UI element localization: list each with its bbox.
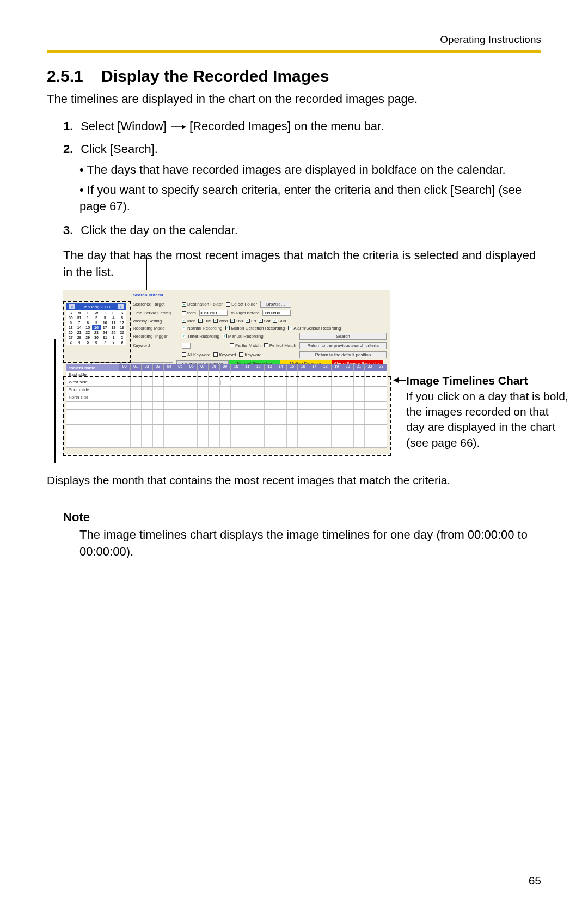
alarm-recording-checkbox[interactable]: ✓Alarm/Sensor Recording [288, 326, 341, 331]
callout-line-to-caption [54, 339, 56, 463]
weekday-checkbox[interactable]: ✓Wed [213, 319, 230, 324]
time-period-row: Time Period Setting from to Right before [130, 309, 390, 317]
partial-match-radio[interactable]: Partial Match [230, 343, 261, 348]
hour-header: 05 [175, 364, 186, 371]
weekday-checkbox[interactable]: ✓Fri [246, 319, 259, 324]
hour-header: 21 [353, 364, 365, 371]
hour-header: 06 [186, 364, 197, 371]
recording-trigger-label: Recording Trigger [133, 334, 179, 339]
keyword-input[interactable] [182, 343, 191, 349]
section-number: 2.5.1 [47, 67, 101, 86]
return-previous-button[interactable]: Return to the previous search criteria [299, 342, 387, 349]
weekday-checkbox[interactable]: ✓Sun [273, 319, 289, 324]
callout-box-timeline [63, 376, 391, 456]
hour-header: 04 [163, 364, 175, 371]
weekly-setting-row: Weekly Setting ✓Mon ✓Tue ✓Wed ✓Thu ✓Fri … [130, 317, 390, 325]
hour-header: 10 [230, 364, 242, 371]
time-period-label: Time Period Setting [133, 310, 179, 315]
searched-target-label: Searched Target [133, 302, 179, 307]
section-title-text: Display the Recorded Images [101, 67, 329, 85]
destination-folder-radio[interactable]: •Destination Folder [182, 302, 223, 307]
note-block: Note The image timelines chart displays … [63, 510, 541, 560]
weekday-checkbox[interactable]: ✓Mon [182, 319, 198, 324]
from-checkbox[interactable]: from [182, 310, 196, 315]
header-label: Operating Instructions [47, 34, 541, 46]
hour-header: 00 [119, 364, 130, 371]
svg-marker-2 [393, 377, 399, 383]
weekday-checkbox[interactable]: ✓Thu [230, 319, 246, 324]
motion-recording-checkbox[interactable]: ✓Motion Detection Recording [225, 326, 285, 331]
from-time-input[interactable] [199, 310, 228, 316]
step-3: 3. Click the day on the calendar. [63, 223, 541, 237]
recording-mode-label: Recording Mode [133, 326, 179, 331]
hour-header: 01 [130, 364, 142, 371]
note-body: The image timelines chart displays the i… [79, 527, 541, 560]
svg-marker-1 [182, 125, 186, 129]
search-button[interactable]: Search [299, 333, 387, 340]
hour-header: 18 [320, 364, 331, 371]
select-folder-radio[interactable]: Select Folder [226, 302, 257, 307]
hour-header: 15 [286, 364, 298, 371]
screenshot-figure: < January, 2008 > SMTWTFS 30311234567891… [47, 290, 541, 465]
perfect-match-radio[interactable]: Perfect Match [264, 343, 296, 348]
hour-header: 23 [376, 364, 387, 371]
camera-name-header: camera name [66, 364, 119, 371]
browse-button[interactable]: Browse… [260, 301, 291, 308]
annotation-title: Image Timelines Chart [406, 373, 569, 388]
step-2-text: Click [Search]. [81, 142, 158, 156]
note-title: Note [63, 510, 541, 524]
step-1-b: [Recorded Images] on the menu bar. [189, 119, 384, 133]
searched-target-row: Searched Target •Destination Folder Sele… [130, 300, 390, 309]
step-2-bullet-2: If you want to specify search criteria, … [79, 182, 541, 214]
arrow-icon [170, 119, 189, 133]
hour-header: 19 [331, 364, 342, 371]
timelines-annotation: Image Timelines Chart If you click on a … [406, 373, 569, 450]
hour-header: 02 [141, 364, 152, 371]
callout-box-calendar [63, 301, 131, 363]
annotation-body: If you click on a day that is bold, the … [406, 389, 569, 450]
para-after-steps: The day that has the most recent images … [63, 247, 541, 281]
hour-header: 14 [275, 364, 286, 371]
hour-header: 17 [309, 364, 320, 371]
intro-text: The timelines are displayed in the chart… [47, 91, 541, 107]
page-number: 65 [529, 874, 541, 887]
hour-header: 03 [152, 364, 164, 371]
normal-recording-checkbox[interactable]: ✓Normal Recording [182, 326, 222, 331]
hour-header: 07 [197, 364, 209, 371]
timer-recording-checkbox[interactable]: ✓Timer Recording [182, 334, 219, 339]
step-3-text: Click the day on the calendar. [81, 223, 238, 237]
step-1: 1. Select [Window] [Recorded Images] on … [63, 119, 541, 133]
search-criteria-title: Search criteria [130, 290, 390, 300]
steps-list: 1. Select [Window] [Recorded Images] on … [63, 119, 541, 237]
caption-below-figure: Displays the month that contains the mos… [47, 472, 541, 488]
hour-header: 20 [342, 364, 353, 371]
to-time-input[interactable] [262, 310, 291, 316]
top-rule [47, 50, 541, 53]
to-label: to Right before [231, 310, 259, 315]
hour-header: 08 [208, 364, 219, 371]
weekday-checkbox[interactable]: ✓Sat [259, 319, 273, 324]
keyword-row: Keyword Partial Match Perfect Match Retu… [130, 341, 390, 350]
weekday-checkbox[interactable]: ✓Tue [198, 319, 213, 324]
step-1-a: Select [Window] [81, 119, 167, 133]
hour-header: 22 [364, 364, 376, 371]
recording-mode-row: Recording Mode ✓Normal Recording ✓Motion… [130, 325, 390, 332]
keyword-label: Keyword [133, 343, 179, 348]
recording-trigger-row: Recording Trigger ✓Timer Recording ✓Manu… [130, 332, 390, 341]
weekly-label: Weekly Setting [133, 319, 179, 324]
hour-header: 12 [253, 364, 264, 371]
hour-header: 11 [242, 364, 253, 371]
annotation-arrow-icon [393, 376, 406, 384]
manual-recording-checkbox[interactable]: ✓Manual Recording [223, 334, 264, 339]
hour-header: 13 [264, 364, 275, 371]
step-2: 2. Click [Search]. The days that have re… [63, 142, 541, 215]
hour-header: 16 [297, 364, 309, 371]
section-heading: 2.5.1Display the Recorded Images [47, 67, 541, 86]
hour-header: 09 [219, 364, 231, 371]
step-2-bullet-1: The days that have recorded images are d… [79, 162, 541, 178]
